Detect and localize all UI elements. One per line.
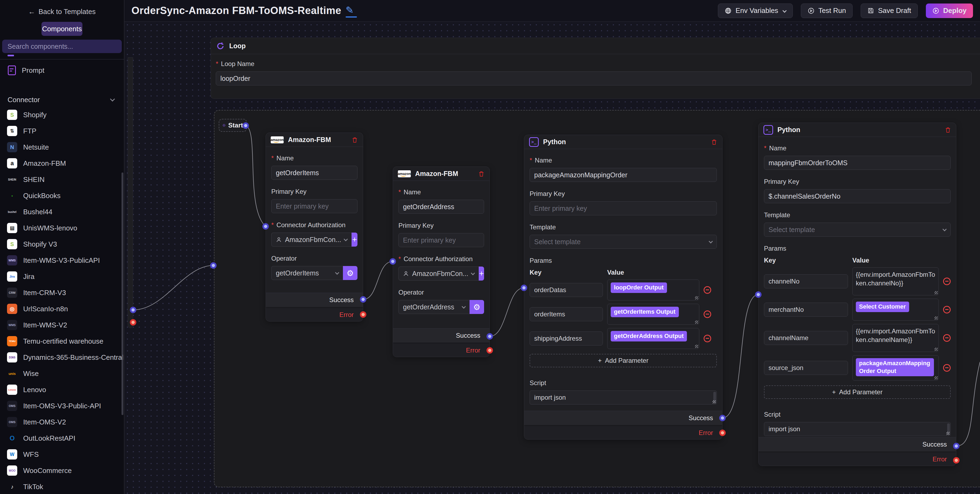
sidebar-item[interactable]: SHEIN SHEIN — [0, 172, 122, 187]
getorderaddress-success-port[interactable] — [487, 333, 493, 339]
env-variables-button[interactable]: Env Variables — [718, 3, 793, 18]
connector-auth-select[interactable]: AmazonFbmCon... — [271, 233, 352, 247]
sidebar-item[interactable]: D365 Dynamics-365-Business-Central — [0, 349, 122, 365]
resize-handle[interactable] — [695, 320, 698, 323]
getorderitems-input-port[interactable] — [262, 223, 269, 229]
primary-key-input[interactable]: $.channelSalesOrderNo — [764, 189, 951, 203]
remove-parameter-button[interactable] — [943, 334, 951, 342]
sidebar-item[interactable]: S Shopify — [0, 107, 122, 123]
template-select[interactable]: Select template — [764, 223, 951, 237]
param-value-chip[interactable]: Select Customer — [856, 301, 909, 312]
sidebar-item-prompt[interactable]: Prompt — [0, 62, 122, 78]
getorderaddress-error-port[interactable] — [487, 347, 493, 354]
param-value-input[interactable]: getOrderAddress Output — [607, 328, 699, 349]
script-input[interactable]: import json — [530, 390, 717, 405]
add-parameter-button[interactable]: + Add Parameter — [530, 354, 717, 367]
primary-key-input[interactable]: Enter primary key — [530, 201, 717, 215]
sidebar-item[interactable]: ● QuickBooks — [0, 188, 122, 204]
resize-handle[interactable] — [713, 400, 716, 403]
sidebar-item[interactable]: W WFS — [0, 446, 122, 462]
delete-node-button[interactable] — [945, 127, 951, 133]
sidebar-item[interactable]: ⇅ FTP — [0, 123, 122, 139]
remove-parameter-button[interactable] — [704, 335, 711, 342]
loop-name-input[interactable]: loopOrder — [216, 72, 972, 85]
name-input[interactable]: getOrderAddress — [398, 200, 484, 214]
sidebar-item[interactable]: Lenovo Lenovo — [0, 382, 122, 397]
test-run-button[interactable]: Test Run — [801, 3, 853, 18]
loop-node-panel[interactable]: Loop Loop Name loopOrder — [211, 38, 980, 99]
save-draft-button[interactable]: Save Draft — [861, 3, 918, 18]
template-select[interactable]: Select template — [530, 235, 717, 249]
operator-settings-button[interactable]: ⚙ — [343, 266, 358, 280]
sidebar-item[interactable]: Jira Jira — [0, 269, 122, 284]
sidebar-item[interactable]: S Shopify V3 — [0, 236, 122, 252]
sidebar-item[interactable]: ▤ UnisWMS-lenovo — [0, 220, 122, 236]
operator-select[interactable]: getOrderAddress — [398, 300, 469, 314]
delete-node-button[interactable] — [352, 137, 358, 143]
start-output-port[interactable] — [242, 122, 249, 129]
sidebar-item[interactable]: unis Wise — [0, 366, 122, 381]
loop-body-input-port[interactable] — [210, 262, 216, 269]
sidebar-item[interactable]: N Netsuite — [0, 139, 122, 155]
getorderaddress-input-port[interactable] — [390, 258, 396, 265]
getorderitems-error-port[interactable] — [360, 311, 366, 318]
connector-section-header[interactable]: Connector — [0, 96, 122, 104]
sidebar-item[interactable]: WMS Item-WMS-V3-PublicAPI — [0, 253, 122, 268]
edit-title-button[interactable]: ✎ — [345, 5, 354, 16]
param-key-input[interactable]: orderItems — [530, 307, 603, 321]
primary-key-input[interactable]: Enter primary key — [271, 199, 358, 213]
deploy-button[interactable]: Deploy — [926, 3, 973, 18]
param-value-chip[interactable]: packageAmazonMappingOrder Output — [856, 358, 934, 376]
add-authorization-button[interactable]: + — [479, 266, 484, 280]
name-input[interactable]: packageAmazonMappingOrder — [530, 168, 717, 182]
node-packageamazonmappingorder[interactable]: >_ Python Name packageAmazonMappingOrder… — [524, 135, 722, 440]
sidebar-item[interactable]: bushel Bushel44 — [0, 204, 122, 220]
loop-node-rail[interactable] — [128, 57, 133, 328]
sidebar-item[interactable]: OMS Item-OMS-V3-Public-API — [0, 398, 122, 414]
sidebar-scrollbar[interactable] — [121, 172, 123, 415]
name-input[interactable]: mappingFbmOrderToOMS — [764, 156, 951, 170]
workflow-canvas[interactable]: Loop Loop Name loopOrder Start ama — [124, 22, 980, 494]
param-key-input[interactable]: channelName — [764, 331, 848, 345]
search-input[interactable]: Search components... — [2, 40, 122, 53]
sidebar-item[interactable]: WOO WooCommerce — [0, 463, 122, 478]
node-mappingfbmordertooms[interactable]: >_ Python Name mappingFbmOrderToOMS Prim… — [758, 123, 956, 466]
delete-node-button[interactable] — [478, 171, 485, 177]
param-value-chip[interactable]: loopOrder Output — [611, 282, 667, 293]
sidebar-item[interactable]: a Amazon-FBM — [0, 156, 122, 171]
package-success-port[interactable] — [719, 415, 726, 421]
getorderitems-success-port[interactable] — [360, 296, 366, 303]
mapping-success-port[interactable] — [953, 443, 959, 449]
sidebar-item[interactable]: CRM Item-CRM-V3 — [0, 285, 122, 301]
node-getorderaddress[interactable]: amazon Amazon-FBM Name getOrderAddress P… — [393, 167, 490, 357]
remove-parameter-button[interactable] — [704, 286, 711, 294]
param-value-chip[interactable]: getOrderAddress Output — [611, 331, 687, 341]
operator-select[interactable]: getOrderItems — [271, 266, 343, 280]
sidebar-item[interactable]: TEMU Temu-certified warehouse — [0, 333, 122, 349]
param-key-input[interactable]: shippingAddress — [530, 331, 603, 346]
param-value-input[interactable]: packageAmazonMappingOrder Output — [852, 355, 939, 381]
add-authorization-button[interactable]: + — [352, 233, 358, 247]
sidebar-item[interactable]: ◎ UrlScanIo-n8n — [0, 301, 122, 317]
resize-handle[interactable] — [934, 376, 938, 379]
resize-handle[interactable] — [695, 345, 698, 348]
delete-node-button[interactable] — [711, 139, 718, 145]
resize-handle[interactable] — [946, 432, 950, 435]
param-value-input[interactable]: getOrderItems Output — [607, 304, 699, 325]
param-value-input[interactable]: {{env.import.AmazonFbmToken.channelNo}} — [852, 267, 939, 295]
resize-handle[interactable] — [934, 291, 938, 294]
sidebar-item[interactable]: ♪ TikTok — [0, 479, 122, 494]
back-to-templates-link[interactable]: ← Back to Templates — [0, 0, 124, 16]
param-key-input[interactable]: orderDatas — [530, 283, 603, 297]
operator-settings-button[interactable]: ⚙ — [469, 300, 484, 314]
sidebar-item[interactable]: OMS Item-OMS-V2 — [0, 414, 122, 430]
loop-error-port[interactable] — [130, 319, 136, 325]
sidebar-item[interactable]: O OutLookRestAPI — [0, 430, 122, 446]
param-value-input[interactable]: Select Customer — [852, 299, 939, 321]
loop-success-port[interactable] — [130, 307, 136, 313]
script-input[interactable]: import json — [764, 422, 951, 436]
name-input[interactable]: getOrderItems — [271, 166, 358, 180]
param-value-chip[interactable]: getOrderItems Output — [611, 307, 679, 317]
primary-key-input[interactable]: Enter primary key — [398, 233, 484, 247]
param-key-input[interactable]: channelNo — [764, 274, 848, 288]
